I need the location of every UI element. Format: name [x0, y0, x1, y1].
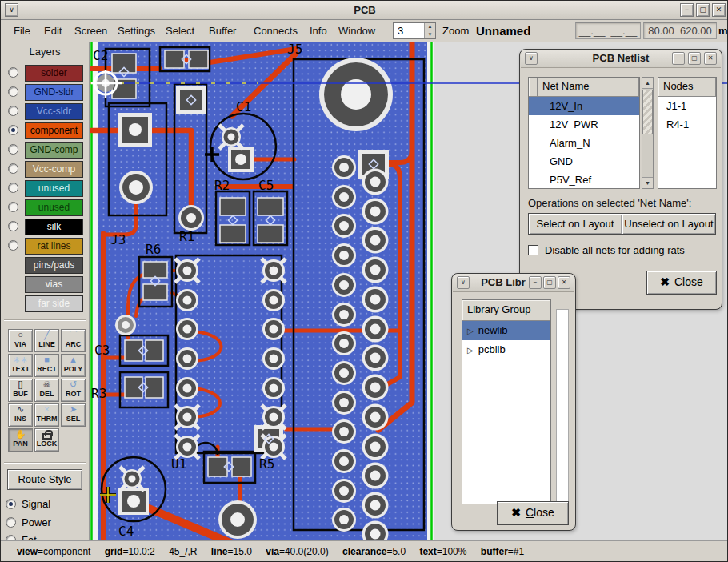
library-close-button[interactable]: ✖Close	[497, 501, 569, 525]
window-titlebar[interactable]: ∨ PCB − ▢ ✕	[1, 1, 728, 20]
component-label: U1	[171, 456, 186, 472]
tool-poly[interactable]: ▲POLY	[61, 354, 86, 377]
dialog-minimize-button[interactable]: −	[672, 52, 685, 65]
netlist-close-button[interactable]: ✖Close	[646, 271, 717, 295]
tool-rot[interactable]: ↺ROT	[61, 379, 86, 402]
layer-radio-gnd-sldr[interactable]	[8, 86, 18, 97]
menu-info[interactable]: Info	[310, 25, 327, 37]
tool-pan[interactable]: ✋PAN	[8, 428, 33, 452]
tool-rect[interactable]: ■RECT	[34, 354, 59, 377]
net-row-gnd[interactable]: GND	[529, 152, 639, 171]
node-row-j1-1[interactable]: J1-1	[658, 97, 716, 115]
spin-down-icon[interactable]: ▼	[425, 31, 435, 39]
layer-radio-unused1[interactable]	[8, 183, 18, 193]
zoom-value[interactable]: 3	[394, 23, 424, 38]
pan-hand-icon: ✋	[15, 429, 26, 440]
layer-radio-gnd-comp[interactable]	[8, 144, 18, 155]
layer-radio-silk[interactable]	[8, 221, 18, 231]
window-close-button[interactable]: ✕	[712, 3, 726, 17]
window-maximize-button[interactable]: ▢	[696, 3, 710, 17]
netlist-scrollbar[interactable]: ▲ ▼	[642, 77, 654, 189]
scroll-down-icon[interactable]: ▼	[642, 177, 653, 188]
select-on-layout-button[interactable]: Select on Layout	[528, 213, 622, 235]
library-row-newlib[interactable]: ▷newlib	[462, 321, 550, 340]
nodes-column-header[interactable]: Nodes	[658, 78, 716, 96]
zoom-spinner[interactable]: 3 ▲ ▼	[393, 22, 436, 39]
expander-icon[interactable]: ▷	[467, 327, 474, 335]
net-row-12v-in[interactable]: 12V_In	[529, 97, 639, 115]
layer-row-silk: silk	[1, 219, 89, 236]
dialog-close-button[interactable]: ✕	[558, 276, 570, 289]
layer-button-vias[interactable]: vias	[25, 276, 83, 293]
tool-del[interactable]: ☠DEL	[34, 379, 59, 402]
scrollbar-thumb[interactable]	[642, 90, 653, 134]
layer-button-pins-pads[interactable]: pins/pads	[25, 257, 83, 274]
menu-select[interactable]: Select	[166, 25, 194, 37]
layer-button-vcc-sldr[interactable]: Vcc-sldr	[25, 103, 83, 120]
layer-button-unused2[interactable]: unused	[25, 199, 83, 216]
dialog-maximize-button[interactable]: ▢	[688, 52, 701, 65]
layer-button-rat-lines[interactable]: rat lines	[25, 238, 83, 255]
layer-button-gnd-sldr[interactable]: GND-sldr	[25, 84, 83, 101]
route-option-signal[interactable]: Signal	[6, 497, 50, 512]
layer-radio-component[interactable]	[8, 125, 18, 135]
expander-icon[interactable]: ▷	[467, 346, 474, 355]
library-row-pcblib[interactable]: ▷pcblib	[462, 340, 550, 359]
layer-radio-vcc-comp[interactable]	[8, 163, 18, 174]
route-style-button[interactable]: Route Style	[7, 469, 82, 490]
dialog-minimize-button[interactable]: −	[529, 276, 542, 289]
net-row-p5v-ref[interactable]: P5V_Ref	[529, 171, 639, 189]
window-minimize-button[interactable]: −	[680, 3, 694, 17]
tool-sel[interactable]: ➤SEL	[61, 403, 86, 427]
tool-lock[interactable]: LOCK	[34, 428, 59, 452]
net-row-12v-pwr[interactable]: 12V_PWR	[529, 115, 639, 134]
menu-file[interactable]: File	[14, 25, 30, 37]
scroll-up-icon[interactable]: ▲	[642, 78, 653, 89]
nodes-list[interactable]: Nodes J1-1 R4-1	[658, 77, 717, 189]
dialog-maximize-button[interactable]: ▢	[543, 276, 556, 289]
layer-button-component[interactable]: component	[25, 122, 83, 139]
library-group-list[interactable]: Library Group ▷newlib ▷pcblib	[462, 299, 551, 504]
layer-button-gnd-comp[interactable]: GND-comp	[25, 142, 83, 159]
menu-screen[interactable]: Screen	[74, 25, 107, 37]
disable-rats-checkbox[interactable]	[528, 245, 538, 255]
menu-settings[interactable]: Settings	[118, 25, 155, 37]
tool-text[interactable]: ∗∗TEXT	[8, 354, 33, 377]
dialog-close-button[interactable]: ✕	[704, 52, 717, 65]
tool-ins[interactable]: ∿INS	[8, 403, 33, 427]
library-group-header[interactable]: Library Group	[462, 300, 550, 320]
layer-button-silk[interactable]: silk	[25, 219, 83, 235]
menu-connects[interactable]: Connects	[254, 25, 298, 37]
menu-buffer[interactable]: Buffer	[209, 25, 236, 37]
layer-radio-unused2[interactable]	[8, 202, 18, 212]
node-row-r4-1[interactable]: R4-1	[658, 115, 716, 134]
layer-radio-solder[interactable]	[8, 67, 18, 78]
layer-button-solder[interactable]: solder	[25, 65, 83, 82]
net-name-column-header[interactable]: Net Name	[538, 78, 639, 96]
net-row-alarm-n[interactable]: Alarm_N	[529, 134, 639, 152]
tool-thrm[interactable]: ×THRM	[34, 403, 59, 427]
select-arrow-icon: ➤	[70, 404, 77, 415]
layer-radio-rat-lines[interactable]	[8, 240, 18, 251]
line-icon: ╱	[44, 330, 50, 340]
library-scroll-area[interactable]	[556, 309, 569, 504]
arc-icon: ⌒	[69, 330, 78, 340]
tool-arc[interactable]: ⌒ARC	[61, 329, 86, 352]
layer-row-far-side: far side	[1, 295, 89, 313]
netlist-dialog-titlebar[interactable]: ∨ PCB Netlist − ▢ ✕	[521, 50, 721, 68]
net-name-list[interactable]: Net Name 12V_In 12V_PWR Alarm_N GND P5V_…	[528, 77, 640, 189]
layer-button-unused1[interactable]: unused	[25, 180, 83, 197]
disable-rats-checkbox-row[interactable]: Disable all nets for adding rats	[528, 244, 685, 256]
layer-button-vcc-comp[interactable]: Vcc-comp	[25, 161, 83, 178]
unselect-on-layout-button[interactable]: Unselect on Layout	[622, 213, 716, 235]
menu-edit[interactable]: Edit	[44, 25, 62, 37]
library-dialog-titlebar[interactable]: ∨ PCB Libr − ▢ ✕	[453, 274, 574, 292]
route-option-power[interactable]: Power	[6, 516, 51, 530]
tool-via[interactable]: ○VIA	[8, 329, 33, 352]
layer-radio-vcc-sldr[interactable]	[8, 106, 18, 116]
tool-line[interactable]: ╱LINE	[34, 329, 59, 352]
layer-button-far-side[interactable]: far side	[25, 295, 83, 312]
menu-window[interactable]: Window	[338, 25, 375, 37]
tool-buf[interactable]: []BUF	[8, 379, 33, 402]
spin-up-icon[interactable]: ▲	[425, 23, 435, 31]
